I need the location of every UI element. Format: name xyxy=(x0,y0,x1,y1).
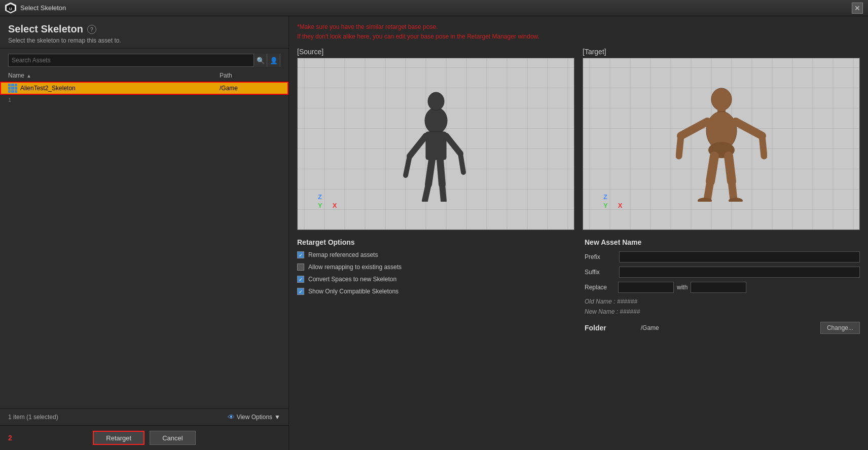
source-z-axis: Z xyxy=(318,193,337,201)
option-show-compatible: Show Only Compatible Skeletons xyxy=(297,288,572,295)
select-skeleton-title: Select Skeleton ? xyxy=(8,23,280,35)
svg-line-23 xyxy=(707,181,710,200)
option-remap-referenced: Remap referenced assets xyxy=(297,251,572,258)
show-compatible-checkbox[interactable] xyxy=(297,288,304,295)
svg-line-5 xyxy=(410,136,426,156)
prefix-label: Prefix xyxy=(585,253,615,260)
folder-row: Folder /Game Change... xyxy=(585,322,860,334)
new-asset-section: New Asset Name Prefix Suffix Replace wit… xyxy=(585,238,860,333)
suffix-label: Suffix xyxy=(585,269,615,276)
svg-line-10 xyxy=(440,160,442,184)
help-icon[interactable]: ? xyxy=(87,25,96,34)
prefix-input[interactable] xyxy=(619,251,860,262)
target-figure-icon xyxy=(676,85,767,202)
cancel-button[interactable]: Cancel xyxy=(150,431,195,445)
col-name-header: Name ▲ xyxy=(8,72,220,79)
folder-value: /Game xyxy=(610,324,816,331)
right-panel: *Make sure you have the similar retarget… xyxy=(289,16,868,450)
retarget-options-title: Retarget Options xyxy=(297,238,572,246)
asset-name: AlienTest2_Skeleton xyxy=(20,85,220,92)
source-y-axis: Y xyxy=(318,202,322,209)
svg-line-19 xyxy=(762,136,764,156)
source-viewport: Z Y X xyxy=(297,58,574,230)
svg-point-2 xyxy=(425,107,447,134)
warning-text: *Make sure you have the similar retarget… xyxy=(297,22,860,42)
item-count: 1 item (1 selected) xyxy=(8,414,58,421)
warning-line2: If they don't look alike here, you can e… xyxy=(297,32,860,42)
target-axis-indicator: Z Y X xyxy=(603,193,622,209)
allow-remapping-checkbox[interactable] xyxy=(297,264,304,271)
view-options-chevron-icon: ▼ xyxy=(274,414,280,421)
convert-spaces-label: Convert Spaces to new Skeleton xyxy=(308,276,396,283)
change-folder-button[interactable]: Change... xyxy=(820,322,860,334)
subtitle: Select the skeleton to remap this asset … xyxy=(8,37,280,44)
folder-label: Folder xyxy=(585,324,606,332)
user-icon[interactable]: 👤 xyxy=(267,54,280,67)
page-title: Select Skeleton xyxy=(8,23,83,35)
title-bar-title: Select Skeleton xyxy=(20,4,66,12)
allow-remapping-label: Allow remapping to existing assets xyxy=(308,264,402,271)
option-convert-spaces: Convert Spaces to new Skeleton xyxy=(297,276,572,283)
previews-row: [Source] xyxy=(297,48,860,230)
main-content: Select Skeleton ? Select the skeleton to… xyxy=(0,16,868,450)
convert-spaces-checkbox[interactable] xyxy=(297,276,304,283)
svg-line-22 xyxy=(729,156,732,181)
search-bar: 🔍 👤 xyxy=(8,54,280,67)
remap-referenced-checkbox[interactable] xyxy=(297,251,304,258)
svg-line-8 xyxy=(460,154,463,172)
bottom-buttons: 2 Retarget Cancel xyxy=(0,425,288,450)
target-xy-axes: Y X xyxy=(603,202,622,209)
search-icon[interactable]: 🔍 xyxy=(254,54,267,67)
source-label: [Source] xyxy=(297,48,574,56)
col-path-header: Path xyxy=(220,72,280,79)
suffix-input[interactable] xyxy=(619,267,860,278)
prefix-row: Prefix xyxy=(585,251,860,262)
svg-line-7 xyxy=(406,156,410,175)
replace-label: Replace xyxy=(585,284,615,291)
source-preview-box: [Source] xyxy=(297,48,574,230)
eye-icon: 👁 xyxy=(228,413,235,421)
source-x-axis: X xyxy=(333,202,337,209)
close-button[interactable]: ✕ xyxy=(852,3,863,14)
new-name-text: New Name : ###### xyxy=(585,307,860,317)
svg-line-16 xyxy=(681,122,707,136)
asset-path: /Game xyxy=(220,85,280,92)
svg-line-12 xyxy=(442,184,444,201)
options-row: Retarget Options Remap referenced assets… xyxy=(297,238,860,333)
target-viewport: Z Y X xyxy=(583,58,860,230)
remap-referenced-label: Remap referenced assets xyxy=(308,251,378,258)
left-header: Select Skeleton ? Select the skeleton to… xyxy=(0,16,288,49)
retarget-options: Retarget Options Remap referenced assets… xyxy=(297,238,572,333)
target-z-axis: Z xyxy=(603,193,622,201)
target-x-axis: X xyxy=(618,202,623,209)
name-preview: Old Name : ###### New Name : ###### xyxy=(585,297,860,316)
table-row[interactable]: AlienTest2_Skeleton /Game xyxy=(0,82,288,95)
search-input[interactable] xyxy=(9,57,254,64)
retarget-button[interactable]: Retarget xyxy=(93,431,144,445)
replace-row: Replace with xyxy=(585,282,860,293)
svg-line-21 xyxy=(710,156,714,181)
title-bar: U Select Skeleton ✕ xyxy=(0,0,868,16)
svg-line-6 xyxy=(446,136,460,154)
sort-arrow-icon: ▲ xyxy=(26,73,31,79)
old-name-text: Old Name : ###### xyxy=(585,297,860,307)
warning-line1: *Make sure you have the similar retarget… xyxy=(297,22,860,32)
svg-line-11 xyxy=(425,184,428,201)
source-axis-indicator: Z Y X xyxy=(318,193,337,209)
target-label: [Target] xyxy=(583,48,860,56)
asset-icon xyxy=(8,84,17,93)
option-allow-remapping: Allow remapping to existing assets xyxy=(297,264,572,271)
view-options-button[interactable]: 👁 View Options ▼ xyxy=(228,413,280,421)
target-preview-box: [Target] xyxy=(583,48,860,230)
title-bar-left: U Select Skeleton xyxy=(5,3,66,14)
svg-point-13 xyxy=(711,88,732,110)
svg-rect-4 xyxy=(426,132,446,160)
replace-input[interactable] xyxy=(618,282,674,293)
source-figure-icon xyxy=(401,85,472,202)
asset-list: AlienTest2_Skeleton /Game 1 xyxy=(0,82,288,408)
table-header: Name ▲ Path xyxy=(0,70,288,82)
svg-text:U: U xyxy=(9,6,12,11)
svg-line-17 xyxy=(736,122,762,136)
show-compatible-label: Show Only Compatible Skeletons xyxy=(308,288,399,295)
replace-with-input[interactable] xyxy=(691,282,746,293)
